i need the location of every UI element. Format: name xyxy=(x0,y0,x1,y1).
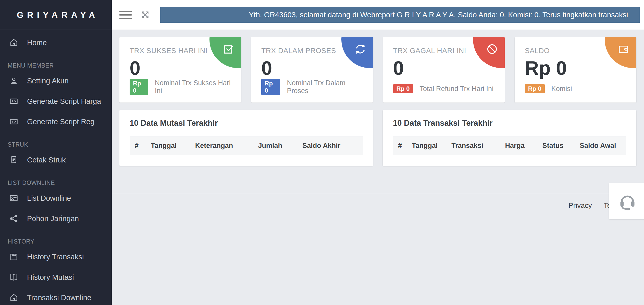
sidebar-item-setting-akun[interactable]: Setting Akun xyxy=(0,71,112,91)
receipt-icon xyxy=(9,155,20,164)
column-header: Saldo Awal xyxy=(577,136,626,155)
fullscreen-icon[interactable] xyxy=(140,10,150,20)
stat-badge: Rp 0 xyxy=(393,84,413,93)
stat-card-saldo: SALDO Rp 0 Rp 0 Komisi xyxy=(515,37,636,103)
panel-data-mutasi: 10 Data Mutasi Terakhir # Tanggal Ketera… xyxy=(119,110,373,166)
sidebar-item-label: History Mutasi xyxy=(27,273,74,282)
column-header: Tanggal xyxy=(148,136,193,155)
stat-badge: Rp 0 xyxy=(261,79,280,95)
sidebar-item-generate-script-reg[interactable]: Generate Script Reg xyxy=(0,111,112,132)
tables-row: 10 Data Mutasi Terakhir # Tanggal Ketera… xyxy=(119,110,636,166)
stat-foot: Rp 0 Total Refund Trx Hari Ini xyxy=(393,84,494,93)
headset-icon xyxy=(618,192,637,211)
stat-note: Nominal Trx Sukses Hari Ini xyxy=(155,79,231,95)
column-header: Keterangan xyxy=(193,136,256,155)
repeat-icon xyxy=(354,43,366,55)
column-header: Jumlah xyxy=(256,136,300,155)
column-header: Saldo Akhir xyxy=(300,136,363,155)
sidebar-item-history-mutasi[interactable]: History Mutasi xyxy=(0,267,112,287)
sidebar-item-label: List Downline xyxy=(27,194,71,202)
stat-card-trx-gagal: TRX GAGAL HARI INI 0 Rp 0 Total Refund T… xyxy=(383,37,505,103)
topbar: Yth. GR43603, selamat datang di Webrepor… xyxy=(112,0,644,30)
stat-card-trx-sukses: TRX SUKSES HARI INI 0 Rp 0 Nominal Trx S… xyxy=(119,37,241,103)
calendar-icon xyxy=(9,252,20,261)
banner-text: Yth. GR43603, selamat datang di Webrepor… xyxy=(160,7,628,23)
stat-badge: Rp 0 xyxy=(525,84,545,93)
sidebar-section-struk: STRUK xyxy=(0,139,112,150)
sidebar-section-menu-member: MENU MEMBER xyxy=(0,60,112,71)
contact-card-icon xyxy=(9,194,20,203)
sidebar-item-label: Setting Akun xyxy=(27,77,69,85)
sidebar-item-transaksi-downline[interactable]: Transaksi Downline xyxy=(0,287,112,305)
column-header: # xyxy=(130,136,148,155)
column-header: Harga xyxy=(503,136,540,155)
stat-value: 0 xyxy=(393,57,494,79)
column-header: Tanggal xyxy=(409,136,449,155)
check-square-icon xyxy=(222,43,234,55)
sidebar-item-list-downline[interactable]: List Downline xyxy=(0,188,112,208)
panel-data-transaksi: 10 Data Transaksi Terakhir # Tanggal Tra… xyxy=(383,110,636,166)
stats-row: TRX SUKSES HARI INI 0 Rp 0 Nominal Trx S… xyxy=(119,37,636,103)
stat-foot: Rp 0 Nominal Trx Dalam Proses xyxy=(261,79,363,95)
sidebar-item-label: Transaksi Downline xyxy=(27,294,91,302)
support-widget[interactable] xyxy=(609,183,644,219)
stat-value: 0 xyxy=(130,57,231,79)
sidebar-item-label: Home xyxy=(27,39,47,47)
sidebar-item-generate-script-harga[interactable]: Generate Script Harga xyxy=(0,91,112,111)
code-box-icon xyxy=(9,97,20,106)
stat-foot: Rp 0 Nominal Trx Sukses Hari Ini xyxy=(130,79,231,95)
sidebar-nav: Home MENU MEMBER Setting Akun Generate S… xyxy=(0,30,112,305)
footer: Privacy Terms xyxy=(119,193,636,210)
column-header: # xyxy=(393,136,409,155)
sidebar-item-pohon-jaringan[interactable]: Pohon Jaringan xyxy=(0,208,112,229)
stat-badge: Rp 0 xyxy=(130,79,148,95)
sidebar-section-list-downline: LIST DOWNLINE xyxy=(0,178,112,188)
stat-foot: Rp 0 Komisi xyxy=(525,84,626,93)
home-icon xyxy=(9,293,20,302)
stat-note: Total Refund Trx Hari Ini xyxy=(420,85,494,93)
notification-banner: Yth. GR43603, selamat datang di Webrepor… xyxy=(160,7,640,23)
stat-value: 0 xyxy=(261,57,363,79)
hamburger-menu-icon[interactable] xyxy=(119,8,132,21)
sidebar-item-history-transaksi[interactable]: History Transaksi xyxy=(0,247,112,267)
ban-icon xyxy=(486,43,498,55)
sidebar-item-label: Generate Script Reg xyxy=(27,118,94,126)
stat-value: Rp 0 xyxy=(525,57,626,79)
sidebar-section-history: HISTORY xyxy=(0,236,112,247)
sidebar-item-label: Generate Script Harga xyxy=(27,97,101,106)
privacy-link[interactable]: Privacy xyxy=(568,201,592,210)
sidebar-item-label: Pohon Jaringan xyxy=(27,214,79,223)
brand-logo[interactable]: GRIYARAYA xyxy=(0,0,112,30)
column-header: Status xyxy=(540,136,577,155)
user-icon xyxy=(9,76,20,85)
sidebar-item-label: History Transaksi xyxy=(27,253,84,261)
stat-note: Nominal Trx Dalam Proses xyxy=(287,79,363,95)
wallet-icon xyxy=(618,43,630,55)
stat-card-trx-dalam-proses: TRX DALAM PROSES 0 Rp 0 Nominal Trx Dala… xyxy=(251,37,373,103)
code-box-icon xyxy=(9,117,20,126)
home-icon xyxy=(9,38,20,47)
mutasi-table: # Tanggal Keterangan Jumlah Saldo Akhir xyxy=(130,136,363,155)
sidebar-item-cetak-struk[interactable]: Cetak Struk xyxy=(0,150,112,170)
column-header: Transaksi xyxy=(449,136,502,155)
sidebar-item-label: Cetak Struk xyxy=(27,156,66,164)
share-nodes-icon xyxy=(9,214,20,223)
main-content: TRX SUKSES HARI INI 0 Rp 0 Nominal Trx S… xyxy=(112,30,644,305)
panel-title: 10 Data Transaksi Terakhir xyxy=(393,119,626,128)
transaksi-table: # Tanggal Transaksi Harga Status Saldo A… xyxy=(393,136,626,155)
table-header-row: # Tanggal Transaksi Harga Status Saldo A… xyxy=(393,136,626,155)
open-book-icon xyxy=(9,273,20,282)
table-header-row: # Tanggal Keterangan Jumlah Saldo Akhir xyxy=(130,136,363,155)
stat-note: Komisi xyxy=(551,85,572,93)
sidebar-item-home[interactable]: Home xyxy=(0,32,112,53)
panel-title: 10 Data Mutasi Terakhir xyxy=(130,119,363,128)
sidebar: GRIYARAYA Home MENU MEMBER Setting Akun … xyxy=(0,0,112,305)
